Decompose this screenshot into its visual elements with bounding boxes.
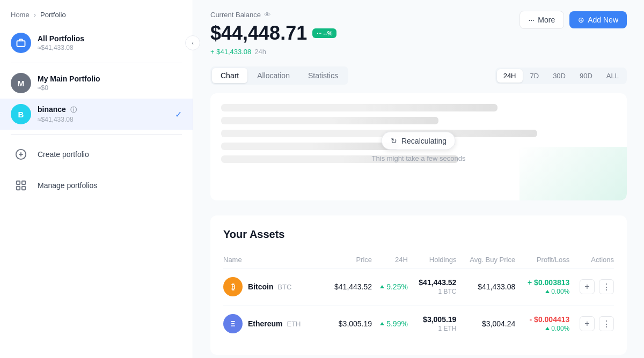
sidebar-create-portfolio[interactable]: Create portfolio (0, 139, 193, 170)
sidebar-item-main-portfolio[interactable]: M My Main Portfolio ≈$0 (0, 68, 193, 99)
price-cell-eth: $3,005.19 (324, 305, 372, 342)
change-cell-eth: 5.99% (372, 305, 408, 342)
time-filters: 24H 7D 30D 90D ALL (495, 68, 627, 84)
tab-chart[interactable]: Chart (212, 68, 247, 83)
more-button[interactable]: ··· More (519, 11, 565, 29)
all-portfolios-balance: ≈$41,433.08 (38, 44, 182, 51)
holdings-usd-btc: $41,443.52 (408, 278, 457, 287)
holdings-coin-btc: 1 BTC (408, 288, 457, 295)
assets-table: Name Price 24H Holdings Avg. Buy Price P… (223, 251, 614, 342)
active-checkmark: ✓ (175, 109, 182, 120)
time-filter-90d[interactable]: 90D (573, 69, 599, 83)
skeleton-line-1 (221, 104, 497, 111)
more-button-btc[interactable]: ⋮ (599, 279, 614, 294)
svg-rect-5 (22, 181, 25, 184)
chart-gradient (519, 147, 627, 200)
breadcrumb-separator: › (34, 11, 36, 19)
all-portfolios-name: All Portfolios (38, 34, 182, 43)
arrow-up-icon-btc (380, 285, 384, 288)
breadcrumb: Home › Portfolio (0, 9, 193, 27)
add-button-eth[interactable]: + (580, 316, 595, 331)
col-holdings: Holdings (408, 251, 457, 268)
sidebar-divider-2 (11, 134, 182, 135)
tab-statistics[interactable]: Statistics (299, 68, 347, 83)
coin-icon-eth: Ξ (223, 314, 243, 333)
create-portfolio-label: Create portfolio (38, 150, 89, 159)
recalculating-badge: ↻ Recalculating (382, 132, 456, 150)
header-actions: ··· More ⊕ Add New (519, 11, 627, 29)
breadcrumb-current: Portfolio (40, 11, 66, 19)
coin-name-eth: Ethereum (248, 319, 283, 328)
holdings-coin-eth: 1 ETH (408, 325, 457, 332)
coin-icon-btc: ₿ (223, 277, 243, 296)
svg-rect-6 (17, 187, 20, 190)
main-portfolio-info: My Main Portfolio ≈$0 (38, 74, 182, 92)
coin-labels-eth: Ethereum ETH (248, 319, 301, 328)
sidebar-item-all-portfolios[interactable]: All Portfolios ≈$41,433.08 ‹ (0, 27, 193, 58)
add-button-btc[interactable]: + (580, 279, 595, 294)
coin-ticker-btc: BTC (277, 283, 291, 291)
sidebar-manage-portfolios[interactable]: Manage portfolios (0, 170, 193, 201)
breadcrumb-home[interactable]: Home (11, 11, 30, 19)
profit-arrow-eth (545, 327, 550, 330)
assets-table-header: Name Price 24H Holdings Avg. Buy Price P… (223, 251, 614, 268)
time-filter-7d[interactable]: 7D (524, 69, 546, 83)
actions-cell-btc: + ⋮ (569, 268, 614, 305)
all-portfolios-info: All Portfolios ≈$41,433.08 (38, 34, 182, 51)
eye-icon[interactable]: 👁 (264, 11, 271, 19)
col-name: Name (223, 251, 324, 268)
avatar-main-portfolio: M (11, 73, 31, 93)
main-portfolio-name: My Main Portfolio (38, 74, 182, 83)
balance-period: 24h (254, 48, 266, 56)
manage-portfolios-icon (11, 175, 31, 196)
col-profit: Profit/Loss (515, 251, 569, 268)
avatar-all-portfolios (11, 33, 31, 53)
manage-portfolios-label: Manage portfolios (38, 181, 97, 190)
time-filter-24h[interactable]: 24H (497, 69, 523, 83)
main-portfolio-balance: ≈$0 (38, 84, 182, 92)
assets-section: Your Assets Name Price 24H Holdings Avg.… (210, 215, 627, 355)
holdings-cell-btc: $41,443.52 1 BTC (408, 268, 457, 305)
avatar-binance: B (11, 104, 31, 124)
change-cell-btc: 9.25% (372, 268, 408, 305)
add-new-button[interactable]: ⊕ Add New (569, 11, 627, 28)
chart-area: ↻ Recalculating This might take a few se… (210, 93, 627, 200)
change-pct-btc: 9.25% (386, 282, 408, 291)
sidebar-divider-1 (11, 63, 182, 63)
col-actions: Actions (569, 251, 614, 268)
avg-price-cell-eth: $3,004.24 (456, 305, 515, 342)
tab-allocation[interactable]: Allocation (248, 68, 298, 83)
time-filter-all[interactable]: ALL (600, 69, 625, 83)
sidebar-item-binance[interactable]: B binance ⓘ ≈$41,433.08 ✓ (0, 99, 193, 130)
assets-table-body: ₿ Bitcoin BTC $41,443.52 9.25% $41,443.5… (223, 268, 614, 342)
change-pct-eth: 5.99% (386, 319, 408, 328)
sidebar: Home › Portfolio All Portfolios ≈$41,433… (0, 0, 193, 358)
recalculating-subtitle: This might take a few seconds (372, 154, 466, 162)
binance-portfolio-balance: ≈$41,433.08 (38, 116, 169, 123)
holdings-cell-eth: $3,005.19 1 ETH (408, 305, 457, 342)
coin-name-btc: Bitcoin (248, 282, 273, 291)
coin-labels-btc: Bitcoin BTC (248, 282, 291, 291)
profit-usd-eth: - $0.004413 (515, 315, 569, 324)
actions-cell-eth: + ⋮ (569, 305, 614, 342)
price-cell-btc: $41,443.52 (324, 268, 372, 305)
svg-rect-0 (17, 41, 25, 47)
balance-section: Current Balance 👁 $44,448.71 ··· --% + $… (210, 11, 336, 56)
time-filter-30d[interactable]: 30D (546, 69, 572, 83)
profit-pct-eth: 0.00% (515, 325, 569, 332)
sidebar-collapse-button[interactable]: ‹ (185, 35, 200, 50)
create-portfolio-icon (11, 144, 31, 165)
profit-arrow-btc (545, 290, 550, 293)
more-button-eth[interactable]: ⋮ (599, 316, 614, 331)
more-dots-icon: ··· (529, 16, 535, 24)
portfolio-header: Current Balance 👁 $44,448.71 ··· --% + $… (210, 11, 627, 56)
skeleton-line-2 (221, 117, 438, 124)
binance-portfolio-name: binance ⓘ (38, 105, 169, 115)
holdings-usd-eth: $3,005.19 (408, 315, 457, 324)
balance-amount: $44,448.71 ··· --% (210, 22, 336, 44)
profit-usd-btc: + $0.003813 (515, 278, 569, 287)
chart-tabs: Chart Allocation Statistics (210, 66, 348, 85)
spinner-icon: ↻ (391, 137, 397, 145)
pct-badge[interactable]: ··· --% (312, 28, 336, 38)
tabs-row: Chart Allocation Statistics 24H 7D 30D 9… (210, 66, 627, 85)
